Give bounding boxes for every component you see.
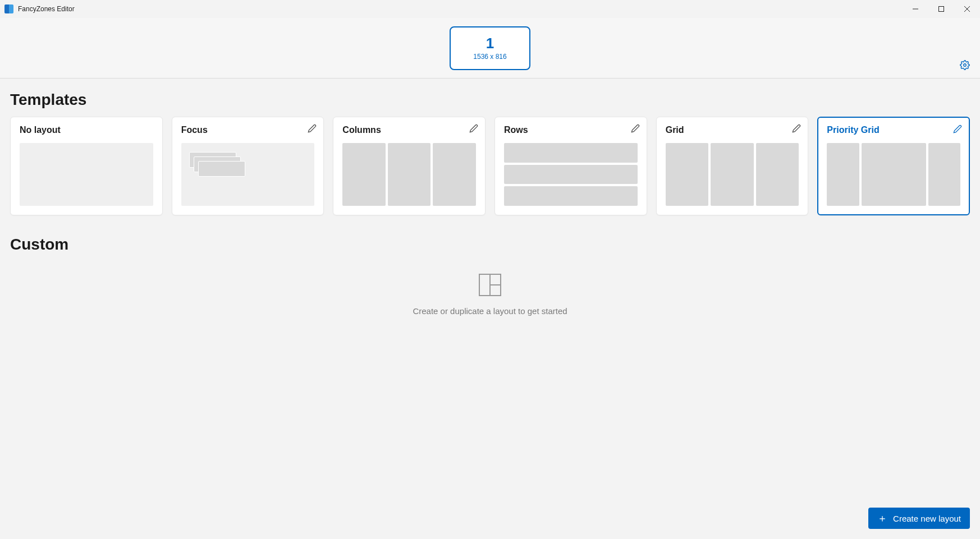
monitor-resolution: 1536 x 816 — [473, 53, 506, 61]
template-preview — [666, 143, 799, 206]
template-title: Grid — [666, 125, 799, 135]
create-new-layout-button[interactable]: ＋ Create new layout — [868, 508, 970, 529]
template-card-columns[interactable]: Columns — [333, 117, 486, 215]
template-preview — [342, 143, 476, 206]
templates-heading: Templates — [10, 91, 970, 109]
edit-icon[interactable] — [631, 124, 640, 135]
custom-heading: Custom — [10, 236, 970, 254]
monitor-card[interactable]: 1 1536 x 816 — [450, 26, 530, 70]
monitor-header: 1 1536 x 816 — [0, 18, 980, 79]
templates-row: No layout Focus Columns R — [10, 117, 970, 215]
minimize-button[interactable] — [903, 0, 928, 18]
template-title: Rows — [504, 125, 638, 135]
template-card-focus[interactable]: Focus — [172, 117, 324, 215]
custom-empty-state: Create or duplicate a layout to get star… — [10, 274, 970, 316]
template-title: Focus — [181, 125, 315, 135]
edit-icon[interactable] — [792, 124, 801, 135]
window-controls — [903, 0, 980, 18]
monitor-number: 1 — [486, 36, 494, 50]
template-preview — [504, 143, 638, 206]
edit-icon[interactable] — [953, 125, 962, 136]
empty-state-text: Create or duplicate a layout to get star… — [413, 306, 567, 316]
edit-icon[interactable] — [308, 124, 317, 135]
template-title: No layout — [20, 125, 153, 135]
edit-icon[interactable] — [469, 124, 478, 135]
template-preview — [827, 143, 960, 206]
content-area: Templates No layout Focus Columns — [0, 79, 980, 316]
plus-icon: ＋ — [877, 513, 887, 523]
window-title: FancyZones Editor — [18, 5, 903, 13]
app-icon — [4, 4, 13, 13]
svg-rect-1 — [939, 7, 944, 12]
settings-button[interactable] — [960, 60, 970, 72]
template-title: Priority Grid — [827, 125, 960, 135]
titlebar: FancyZones Editor — [0, 0, 980, 18]
create-button-label: Create new layout — [893, 514, 961, 523]
maximize-button[interactable] — [928, 0, 954, 18]
template-card-rows[interactable]: Rows — [494, 117, 647, 215]
template-title: Columns — [342, 125, 476, 135]
template-card-priority-grid[interactable]: Priority Grid — [817, 117, 970, 215]
close-button[interactable] — [954, 0, 980, 18]
template-preview — [20, 143, 153, 206]
svg-point-4 — [964, 64, 967, 67]
template-card-no-layout[interactable]: No layout — [10, 117, 163, 215]
template-card-grid[interactable]: Grid — [656, 117, 809, 215]
layout-icon — [479, 274, 501, 296]
template-preview — [181, 143, 315, 206]
